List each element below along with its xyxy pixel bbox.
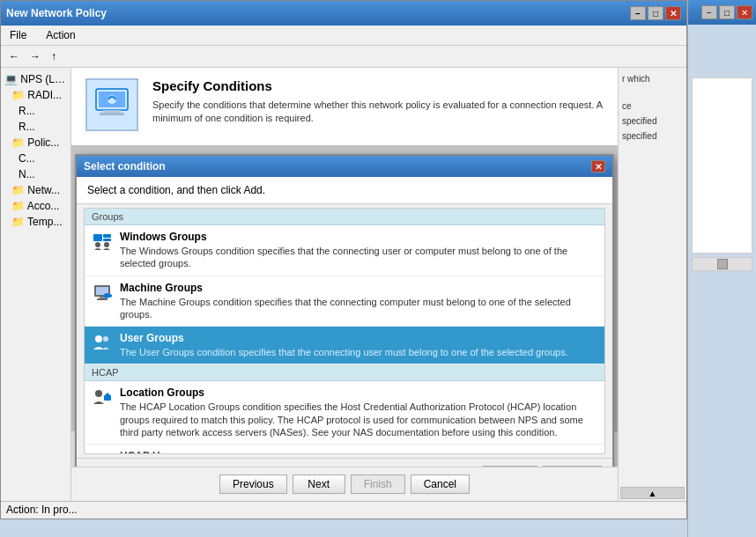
svg-rect-3 bbox=[103, 110, 121, 113]
finish-button[interactable]: Finish bbox=[351, 474, 405, 494]
sidebar-item-radi1[interactable]: 📁 RADI... bbox=[1, 87, 70, 103]
window-title: New Network Policy bbox=[6, 7, 107, 19]
sidebar-item-c[interactable]: C... bbox=[1, 151, 70, 166]
svg-rect-6 bbox=[93, 234, 102, 241]
right-min-btn[interactable]: − bbox=[701, 5, 717, 19]
menu-file[interactable]: File bbox=[4, 27, 32, 43]
sidebar-item-netw[interactable]: 📁 Netw... bbox=[1, 182, 70, 198]
svg-point-19 bbox=[95, 390, 102, 397]
sidebar-item-r1[interactable]: R... bbox=[1, 103, 70, 119]
wizard-header-text: Specify Conditions Specify the condition… bbox=[152, 78, 604, 126]
user-groups-content: User Groups The User Groups condition sp… bbox=[120, 332, 597, 358]
scroll-thumb[interactable]: ▲ bbox=[620, 487, 685, 499]
up-button[interactable]: ↑ bbox=[47, 48, 61, 65]
partial-content: HCAP User... bbox=[120, 450, 597, 454]
sidebar: 💻 NPS (Loc... 📁 RADI... R... R... 📁 Poli… bbox=[1, 68, 71, 501]
far-right-text4: specified bbox=[619, 129, 686, 143]
windows-groups-content: Windows Groups The Windows Groups condit… bbox=[120, 231, 597, 270]
svg-point-10 bbox=[104, 242, 109, 247]
svg-rect-13 bbox=[100, 297, 105, 298]
wizard-footer: Previous Next Finish Cancel bbox=[71, 467, 618, 501]
user-groups-title: User Groups bbox=[120, 332, 597, 344]
dialog-cancel-button[interactable]: Cancel bbox=[543, 466, 602, 467]
sidebar-item-acco[interactable]: 📁 Acco... bbox=[1, 198, 70, 214]
svg-point-16 bbox=[108, 294, 112, 298]
list-item-partial[interactable]: HCAP User... bbox=[85, 445, 604, 454]
next-button[interactable]: Next bbox=[293, 474, 345, 494]
menu-action[interactable]: Action bbox=[41, 27, 80, 43]
machine-groups-title: Machine Groups bbox=[120, 282, 597, 294]
windows-groups-title: Windows Groups bbox=[120, 231, 597, 243]
network-computer-icon bbox=[91, 84, 133, 126]
user-groups-desc: The User Groups condition specifies that… bbox=[120, 346, 597, 358]
machine-groups-icon bbox=[92, 282, 113, 303]
sidebar-item-nps[interactable]: 💻 NPS (Loc... bbox=[1, 71, 70, 87]
status-text: Action: In pro... bbox=[6, 504, 78, 516]
dialog-footer: Add... Cancel bbox=[77, 458, 612, 467]
back-button[interactable]: ← bbox=[4, 48, 24, 65]
right-max-btn[interactable]: □ bbox=[719, 5, 735, 19]
list-item-user-groups[interactable]: User Groups The User Groups condition sp… bbox=[85, 327, 604, 364]
far-right-text3: specified bbox=[619, 114, 686, 129]
right-scroll-thumb[interactable] bbox=[717, 259, 728, 269]
menu-bar: File Action bbox=[1, 26, 686, 46]
machine-groups-desc: The Machine Groups condition specifies t… bbox=[120, 296, 597, 321]
sidebar-item-r2[interactable]: R... bbox=[1, 119, 70, 135]
dialog-title: Select condition bbox=[84, 160, 166, 173]
svg-rect-14 bbox=[97, 298, 107, 300]
restore-button[interactable]: □ bbox=[648, 6, 663, 20]
close-window-button[interactable]: ✕ bbox=[665, 6, 681, 20]
wizard-description: Specify the conditions that determine wh… bbox=[152, 99, 604, 126]
dialog-title-bar: Select condition ✕ bbox=[77, 156, 612, 177]
location-groups-desc: The HCAP Location Groups condition speci… bbox=[120, 401, 597, 438]
wizard-header: Specify Conditions Specify the condition… bbox=[71, 68, 618, 147]
main-window: New Network Policy − □ ✕ File Action ← →… bbox=[0, 0, 687, 519]
location-groups-icon bbox=[92, 386, 113, 408]
far-right-panel: r which ce specified specified ▲ bbox=[618, 68, 686, 501]
windows-groups-icon bbox=[92, 231, 113, 252]
svg-rect-4 bbox=[100, 113, 124, 115]
location-groups-title: Location Groups bbox=[120, 386, 597, 399]
wizard-panel: Specify Conditions Specify the condition… bbox=[71, 68, 618, 501]
svg-rect-8 bbox=[103, 239, 111, 241]
forward-button[interactable]: → bbox=[26, 48, 45, 65]
dialog-instruction: Select a condition, and then click Add. bbox=[77, 177, 612, 204]
wizard-body: Add... Edit... Remove Select condition ✕ bbox=[71, 147, 618, 467]
right-bg-titlebar: − □ ✕ bbox=[688, 0, 756, 25]
select-condition-dialog: Select condition ✕ Select a condition, a… bbox=[75, 154, 614, 467]
dialog-add-button[interactable]: Add... bbox=[483, 466, 537, 467]
toolbar-area: ← → ↑ bbox=[1, 46, 686, 68]
title-bar-controls: − □ ✕ bbox=[630, 6, 681, 20]
dialog-close-button[interactable]: ✕ bbox=[591, 160, 605, 173]
machine-groups-content: Machine Groups The Machine Groups condit… bbox=[120, 282, 597, 321]
partial-icon bbox=[92, 450, 113, 454]
svg-rect-7 bbox=[103, 234, 111, 238]
partial-title: HCAP User... bbox=[120, 450, 597, 454]
sidebar-item-temp[interactable]: 📁 Temp... bbox=[1, 214, 70, 230]
sidebar-item-n[interactable]: N... bbox=[1, 166, 70, 182]
right-scrollbar[interactable] bbox=[692, 257, 752, 271]
condition-list[interactable]: Groups bbox=[84, 208, 605, 454]
far-right-text2: ce bbox=[619, 99, 686, 114]
svg-point-9 bbox=[95, 242, 100, 247]
list-item-machine-groups[interactable]: Machine Groups The Machine Groups condit… bbox=[85, 276, 604, 327]
minimize-button[interactable]: − bbox=[630, 6, 646, 20]
location-groups-content: Location Groups The HCAP Location Groups… bbox=[120, 386, 597, 438]
list-item-windows-groups[interactable]: Windows Groups The Windows Groups condit… bbox=[85, 225, 604, 276]
list-item-location-groups[interactable]: Location Groups The HCAP Location Groups… bbox=[85, 381, 604, 445]
right-close-btn[interactable]: ✕ bbox=[737, 5, 752, 19]
far-right-text1: r which bbox=[619, 71, 686, 86]
previous-button[interactable]: Previous bbox=[219, 474, 287, 494]
right-bg-content bbox=[688, 25, 756, 275]
svg-rect-20 bbox=[104, 395, 111, 401]
sidebar-item-polic[interactable]: 📁 Polic... bbox=[1, 135, 70, 151]
svg-point-17 bbox=[95, 335, 102, 342]
svg-point-18 bbox=[103, 336, 108, 342]
wizard-icon bbox=[85, 78, 138, 131]
group-header-groups: Groups bbox=[85, 209, 604, 225]
cancel-button[interactable]: Cancel bbox=[411, 474, 470, 494]
wizard-title: Specify Conditions bbox=[152, 78, 604, 93]
user-groups-icon bbox=[92, 332, 113, 353]
status-bar: Action: In pro... bbox=[1, 501, 686, 519]
right-content-area bbox=[692, 77, 752, 254]
